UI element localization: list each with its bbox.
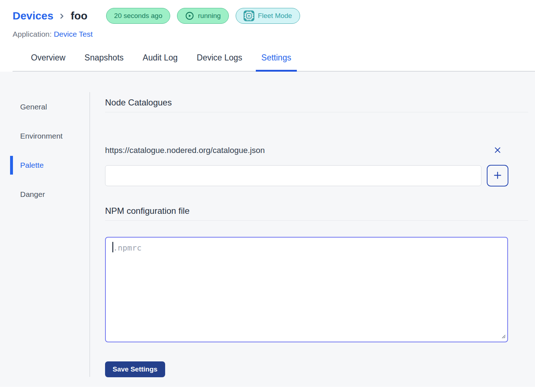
section-divider xyxy=(105,112,528,112)
section-divider xyxy=(105,220,528,221)
status-badges: 20 seconds ago running xyxy=(106,8,300,24)
tab-audit-log[interactable]: Audit Log xyxy=(143,53,178,71)
sidebar-item-danger[interactable]: Danger xyxy=(10,185,90,204)
page-header: Devices foo 20 seconds ago running xyxy=(0,0,535,72)
add-catalogue-button[interactable] xyxy=(487,165,508,186)
device-status-label: running xyxy=(198,12,221,20)
tab-device-logs[interactable]: Device Logs xyxy=(197,53,242,71)
node-catalogues-title: Node Catalogues xyxy=(105,98,528,108)
sidebar-item-environment[interactable]: Environment xyxy=(10,127,90,145)
breadcrumb: Devices foo xyxy=(13,10,87,22)
application-label: Application: xyxy=(13,30,52,38)
breadcrumb-devices-link[interactable]: Devices xyxy=(13,10,53,22)
sidebar-item-general[interactable]: General xyxy=(10,98,90,116)
npm-config-textarea[interactable] xyxy=(105,237,508,342)
catalogue-entry-row: https://catalogue.nodered.org/catalogue.… xyxy=(105,146,508,155)
tab-overview[interactable]: Overview xyxy=(31,53,65,71)
play-circle-icon xyxy=(185,11,194,21)
remove-catalogue-button[interactable] xyxy=(487,146,508,155)
chevron-right-icon xyxy=(58,12,66,21)
settings-main: General Environment Palette Danger Node … xyxy=(0,72,535,387)
catalogue-block: https://catalogue.nodered.org/catalogue.… xyxy=(105,146,508,186)
breadcrumb-row: Devices foo 20 seconds ago running xyxy=(13,8,535,24)
catalogue-url: https://catalogue.nodered.org/catalogue.… xyxy=(105,146,265,155)
resize-handle-icon[interactable] xyxy=(501,334,506,340)
npm-config-wrap xyxy=(105,237,508,344)
breadcrumb-current-device: foo xyxy=(71,10,87,22)
device-status-badge: running xyxy=(177,8,228,24)
application-row: Application: Device Test xyxy=(13,30,535,39)
fleet-mode-label: Fleet Mode xyxy=(258,12,292,20)
last-seen-badge: 20 seconds ago xyxy=(106,8,170,24)
last-seen-label: 20 seconds ago xyxy=(114,12,162,20)
device-tabs: Overview Snapshots Audit Log Device Logs… xyxy=(13,39,535,72)
add-catalogue-row xyxy=(105,165,508,186)
palette-settings-content: Node Catalogues https://catalogue.nodere… xyxy=(105,72,528,387)
chip-icon xyxy=(244,10,254,21)
text-caret xyxy=(112,242,113,252)
fleet-mode-badge: Fleet Mode xyxy=(236,8,300,24)
save-settings-button[interactable]: Save Settings xyxy=(105,361,165,377)
tab-settings[interactable]: Settings xyxy=(261,53,291,71)
new-catalogue-input[interactable] xyxy=(105,165,481,186)
application-link[interactable]: Device Test xyxy=(54,30,92,38)
plus-icon xyxy=(493,171,502,181)
npm-config-title: NPM configuration file xyxy=(105,206,528,216)
x-icon xyxy=(494,146,502,155)
tab-snapshots[interactable]: Snapshots xyxy=(85,53,124,71)
sidebar-item-palette[interactable]: Palette xyxy=(10,156,90,175)
settings-sidebar: General Environment Palette Danger xyxy=(0,72,90,387)
